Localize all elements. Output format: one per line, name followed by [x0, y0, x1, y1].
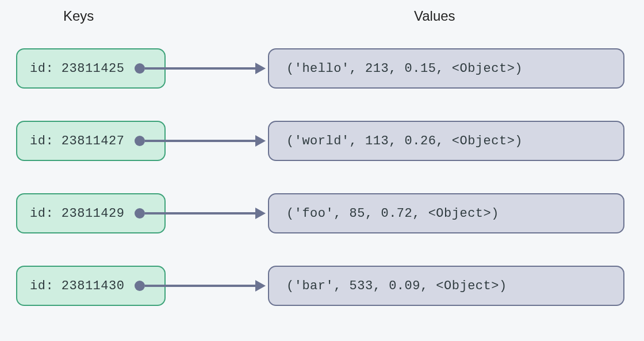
keys-column-header: Keys: [63, 8, 94, 24]
mapping-row: id: 23811429 ('foo', 85, 0.72, <Object>): [0, 187, 644, 239]
value-box: ('foo', 85, 0.72, <Object>): [268, 193, 624, 233]
key-text: id: 23811427: [30, 134, 124, 148]
mapping-row: id: 23811425 ('hello', 213, 0.15, <Objec…: [0, 43, 644, 94]
key-text: id: 23811430: [30, 279, 124, 293]
mapping-row: id: 23811430 ('bar', 533, 0.09, <Object>…: [0, 260, 644, 312]
value-box: ('bar', 533, 0.09, <Object>): [268, 266, 624, 306]
value-text: ('hello', 213, 0.15, <Object>): [286, 62, 523, 76]
value-text: ('world', 113, 0.26, <Object>): [286, 134, 523, 148]
mapping-row: id: 23811427 ('world', 113, 0.26, <Objec…: [0, 115, 644, 167]
key-text: id: 23811425: [30, 62, 124, 76]
key-text: id: 23811429: [30, 206, 124, 221]
diagram-canvas: Keys Values id: 23811425 ('hello', 213, …: [0, 0, 644, 341]
value-box: ('world', 113, 0.26, <Object>): [268, 121, 624, 161]
value-box: ('hello', 213, 0.15, <Object>): [268, 48, 624, 89]
values-column-header: Values: [414, 8, 455, 24]
value-text: ('bar', 533, 0.09, <Object>): [286, 279, 507, 293]
value-text: ('foo', 85, 0.72, <Object>): [286, 206, 499, 221]
